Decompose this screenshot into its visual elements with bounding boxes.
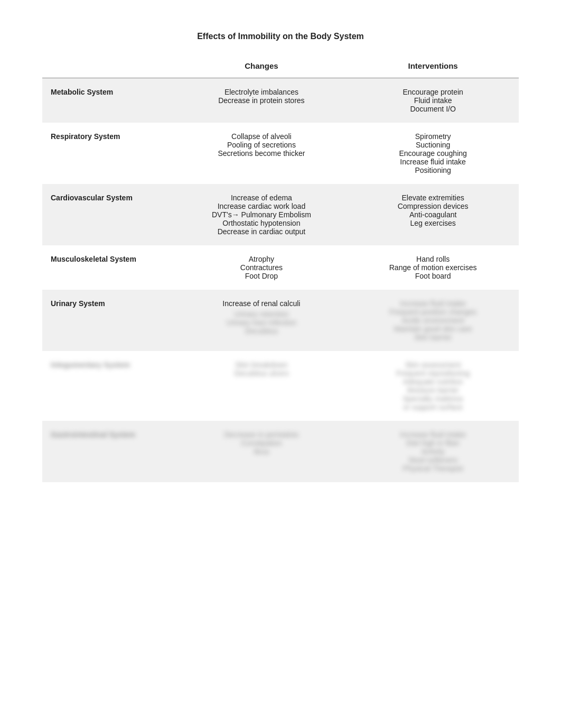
interventions-cell: Elevate extremities Compression devices … — [347, 184, 519, 245]
system-cell: Musculoskeletal System — [42, 245, 176, 290]
changes-cell: Increase of renal calculiUrinary retenti… — [176, 290, 348, 351]
changes-cell: Electrolyte imbalances Decrease in prote… — [176, 78, 348, 123]
system-cell: Gastrointestinal System — [42, 421, 176, 482]
table-row: Cardiovascular SystemIncrease of edema I… — [42, 184, 519, 245]
table-row: Integumentary SystemSkin breakdown Decub… — [42, 351, 519, 421]
system-cell: Urinary System — [42, 290, 176, 351]
table-row: Gastrointestinal SystemDecrease in peris… — [42, 421, 519, 482]
table-row: Urinary SystemIncrease of renal calculiU… — [42, 290, 519, 351]
changes-cell: Atrophy Contractures Foot Drop — [176, 245, 348, 290]
interventions-cell: Skin assessment Frequent repositioning A… — [347, 351, 519, 421]
system-cell: Respiratory System — [42, 123, 176, 184]
changes-cell: Collapse of alveoli Pooling of secretion… — [176, 123, 348, 184]
interventions-cell: Hand rolls Range of motion exercises Foo… — [347, 245, 519, 290]
col-system-header — [42, 56, 176, 78]
table-row: Metabolic SystemElectrolyte imbalances D… — [42, 78, 519, 123]
system-cell: Cardiovascular System — [42, 184, 176, 245]
interventions-cell: Encourage protein Fluid intake Document … — [347, 78, 519, 123]
system-cell: Integumentary System — [42, 351, 176, 421]
changes-cell: Increase of edema Increase cardiac work … — [176, 184, 348, 245]
table-row: Respiratory SystemCollapse of alveoli Po… — [42, 123, 519, 184]
col-changes-header: Changes — [176, 56, 348, 78]
table-row: Musculoskeletal SystemAtrophy Contractur… — [42, 245, 519, 290]
col-interventions-header: Interventions — [347, 56, 519, 78]
interventions-cell: Increase fluid intake Frequent position … — [347, 290, 519, 351]
changes-cell: Skin breakdown Decubitus ulcers — [176, 351, 348, 421]
interventions-cell: Increase fluid intake Diet high in fiber… — [347, 421, 519, 482]
system-cell: Metabolic System — [42, 78, 176, 123]
changes-cell: Decrease in peristalsis Constipation Ile… — [176, 421, 348, 482]
page-title: Effects of Immobility on the Body System — [42, 32, 519, 41]
interventions-cell: Spirometry Suctioning Encourage coughing… — [347, 123, 519, 184]
